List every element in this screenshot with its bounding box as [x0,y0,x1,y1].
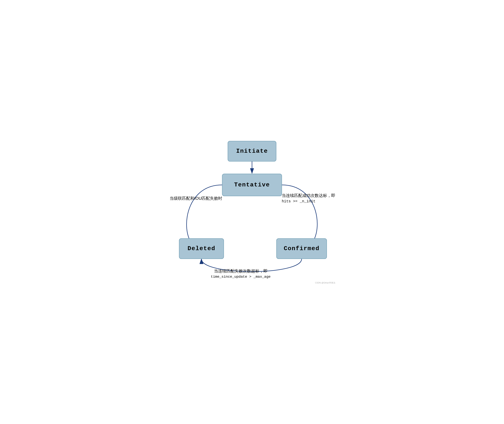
state-deleted: Deleted [179,238,224,259]
deleted-label: Deleted [188,245,215,252]
right-condition-label: 当连续匹配成功次数达标，即 hits >= _n_init [282,193,335,204]
left-condition-label: 当级联匹配和IOU匹配失败时 [170,195,222,201]
watermark: CSDN @Gthan学算法 [315,281,335,284]
confirmed-label: Confirmed [284,245,320,252]
initiate-label: Initiate [236,148,268,155]
state-initiate: Initiate [228,141,276,162]
diagram-container: Initiate Tentative Deleted Confirmed 当级联… [168,139,336,285]
tentative-label: Tentative [234,181,270,188]
bottom-condition-label: 当连续匹配失败次数超标，即 time_since_update > _max_a… [211,268,270,280]
state-confirmed: Confirmed [276,238,327,259]
state-tentative: Tentative [222,174,282,196]
